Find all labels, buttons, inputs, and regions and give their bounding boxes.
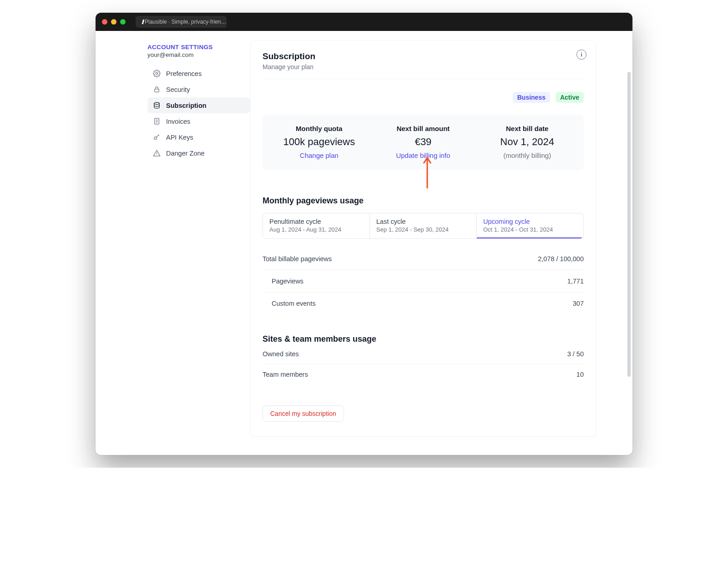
svg-point-9 [157,155,157,155]
titlebar: Plausible · Simple, privacy-frien… [96,13,632,31]
status-badge: Active [556,92,584,103]
content-area: ACCOUNT SETTINGS your@email.com Preferen… [96,31,632,455]
cancel-subscription-button[interactable]: Cancel my subscription [263,405,344,422]
row-label: Total billable pageviews [263,255,332,263]
tab-dates: Oct 1, 2024 - Oct 31, 2024 [483,226,577,233]
sites-rows: Owned sites 3 / 50 Team members 10 [263,344,584,384]
svg-point-7 [154,137,157,140]
row-label: Pageviews [263,278,303,285]
summary-quota-value: 100k pageviews [267,136,371,148]
tab-last-cycle[interactable]: Last cycle Sep 1, 2024 - Sep 30, 2024 [369,213,476,238]
app-window: Plausible · Simple, privacy-frien… ACCOU… [96,13,632,455]
key-icon [153,133,161,141]
window-minimize-button[interactable] [111,19,116,25]
tab-label: Upcoming cycle [483,218,577,225]
lock-icon [153,86,161,93]
window-fullscreen-button[interactable] [120,19,126,25]
row-label: Custom events [263,300,316,307]
browser-tab-title: Plausible · Simple, privacy-frien… [145,19,226,25]
info-button[interactable]: i [576,50,586,60]
summary-quota: Monthly quota 100k pageviews Change plan [267,125,371,160]
usage-heading: Monthly pageviews usage [263,196,584,206]
summary-bill-amount: Next bill amount €39 Update billing info [371,125,475,160]
sites-heading: Sites & team members usage [263,334,584,344]
tab-label: Last cycle [376,218,470,225]
sidebar-item-invoices[interactable]: Invoices [147,113,250,129]
sidebar-heading: ACCOUNT SETTINGS [147,44,250,51]
window-close-button[interactable] [102,19,107,25]
sidebar-item-api-keys[interactable]: API Keys [147,129,250,145]
sidebar-item-label: Preferences [166,70,202,77]
row-custom-events: Custom events 307 [263,293,584,314]
scrollbar[interactable] [627,72,631,377]
browser-tab[interactable]: Plausible · Simple, privacy-frien… [136,16,227,28]
summary-panel: Monthly quota 100k pageviews Change plan… [263,115,584,170]
row-pageviews: Pageviews 1,771 [263,270,584,293]
row-value: 3 / 50 [567,350,584,358]
sidebar-item-danger-zone[interactable]: Danger Zone [147,145,250,161]
svg-point-0 [156,72,157,74]
sidebar: ACCOUNT SETTINGS your@email.com Preferen… [96,40,250,437]
sidebar-item-label: Security [166,86,190,93]
tab-penultimate-cycle[interactable]: Penultimate cycle Aug 1, 2024 - Aug 31, … [263,213,369,238]
row-label: Owned sites [263,350,299,358]
row-value: 2,078 / 100,000 [538,255,584,263]
sidebar-item-label: API Keys [166,134,193,141]
row-label: Team members [263,371,308,378]
row-value: 10 [576,371,584,378]
sidebar-item-label: Danger Zone [166,150,205,157]
sidebar-item-subscription[interactable]: Subscription [147,97,250,113]
svg-rect-1 [155,89,159,92]
usage-rows: Total billable pageviews 2,078 / 100,000… [263,248,584,314]
tab-upcoming-cycle[interactable]: Upcoming cycle Oct 1, 2024 - Oct 31, 202… [476,213,583,238]
tab-label: Penultimate cycle [269,218,363,225]
summary-bill-date-value: Nov 1, 2024 [475,136,579,148]
traffic-lights [102,19,126,25]
page-subtitle: Manage your plan [263,63,584,71]
sidebar-item-label: Invoices [166,118,190,125]
page-title: Subscription [263,51,584,61]
summary-bill-date: Next bill date Nov 1, 2024 (monthly bill… [475,125,579,160]
document-icon [153,117,161,125]
sidebar-item-preferences[interactable]: Preferences [147,66,250,81]
warning-icon [153,149,161,157]
tab-dates: Sep 1, 2024 - Sep 30, 2024 [376,226,470,233]
summary-bill-amount-value: €39 [371,136,475,148]
summary-quota-label: Monthly quota [267,125,371,132]
stack-icon [153,101,161,109]
update-billing-link[interactable]: Update billing info [396,152,450,159]
svg-point-2 [154,102,159,104]
sidebar-email: your@email.com [147,51,250,58]
row-total-billable: Total billable pageviews 2,078 / 100,000 [263,248,584,270]
info-icon: i [581,51,582,58]
row-team-members: Team members 10 [263,364,584,384]
row-value: 1,771 [567,278,584,285]
row-value: 307 [573,300,584,307]
row-owned-sites: Owned sites 3 / 50 [263,344,584,364]
tier-badge: Business [513,92,550,103]
divider [263,79,584,79]
gear-icon [153,70,161,77]
summary-bill-amount-label: Next bill amount [371,125,475,132]
main: i Subscription Manage your plan Business… [250,40,596,437]
sidebar-item-security[interactable]: Security [147,81,250,97]
summary-bill-date-note: (monthly billing) [475,152,579,159]
subscription-card: i Subscription Manage your plan Business… [250,40,596,437]
change-plan-link[interactable]: Change plan [300,152,339,159]
sidebar-item-label: Subscription [166,102,207,109]
tab-dates: Aug 1, 2024 - Aug 31, 2024 [269,226,363,233]
cycle-tabs: Penultimate cycle Aug 1, 2024 - Aug 31, … [263,213,584,239]
summary-bill-date-label: Next bill date [475,125,579,132]
